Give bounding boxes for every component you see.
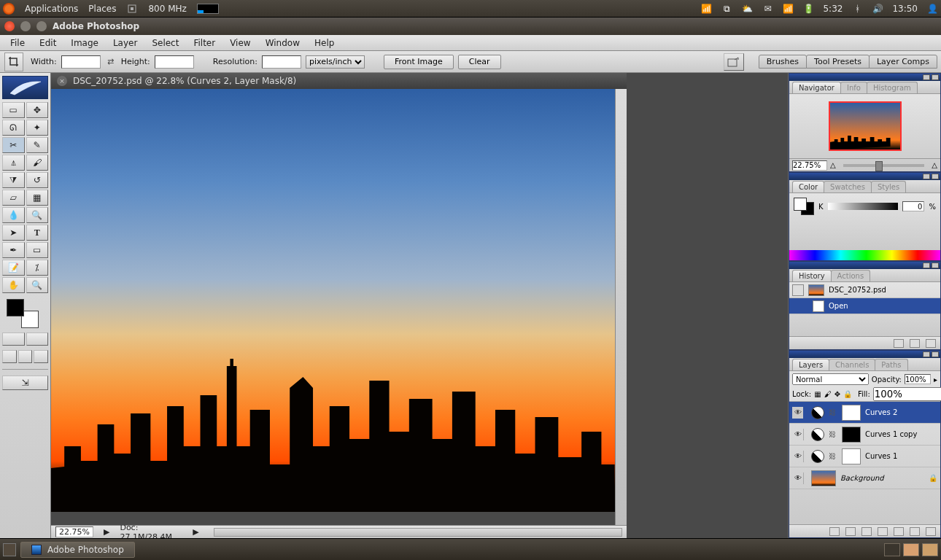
layer-row[interactable]: 👁 ⛓ Curves 2 [789,402,940,424]
panel-minimize-icon[interactable] [923,351,930,357]
height-input[interactable] [155,55,194,69]
workspace-2-icon[interactable] [903,543,919,556]
visibility-icon[interactable]: 👁 [792,407,804,419]
layer-mask-thumb[interactable] [842,427,861,443]
layer-thumb[interactable] [811,470,836,486]
opacity-arrow-icon[interactable]: ▸ [934,376,937,384]
magic-wand-tool-icon[interactable]: ✦ [26,120,49,136]
places-menu[interactable]: Places [88,4,116,14]
visibility-icon[interactable]: 👁 [792,451,804,462]
crop-tool-icon[interactable]: ✂ [2,137,25,153]
tab-history[interactable]: History [792,270,832,281]
layer-mask-icon[interactable] [861,527,872,536]
window-maximize-button[interactable] [36,21,47,31]
tab-info[interactable]: Info [840,82,867,93]
layer-row[interactable]: 👁 Background 🔒 [789,467,940,489]
tab-histogram[interactable]: Histogram [867,82,918,93]
taskbar-item[interactable]: Adobe Photoshop [20,542,135,558]
panel-close-icon[interactable] [932,74,939,80]
vertical-scrollbar[interactable] [615,89,627,525]
new-document-from-state-icon[interactable] [894,339,904,348]
resolution-unit-select[interactable]: pixels/inch [306,55,365,69]
slice-tool-icon[interactable]: ✎ [26,137,49,153]
wifi-icon[interactable]: 📶 [700,3,712,15]
panel-close-icon[interactable] [932,262,939,268]
status-arrow-icon[interactable]: ▶ [193,527,198,537]
color-spectrum[interactable] [789,250,940,260]
layer-mask-thumb[interactable] [842,448,861,464]
status-play-icon[interactable]: ▶ [104,527,109,537]
panel-close-icon[interactable] [932,351,939,357]
screen-mode-full-menubar-icon[interactable] [18,350,33,363]
clear-button[interactable]: Clear [458,55,501,69]
history-step-row[interactable]: Open [789,298,940,314]
zoom-input[interactable]: 22.75% [55,526,93,537]
battery-icon[interactable]: 🔋 [802,3,814,15]
new-snapshot-icon[interactable] [910,339,920,348]
delete-state-icon[interactable] [926,339,936,348]
tab-channels[interactable]: Channels [829,359,875,370]
weather-icon[interactable]: ⛅ [741,3,753,15]
network-icon[interactable]: 📶 [782,3,794,15]
opacity-input[interactable] [905,374,931,384]
eraser-tool-icon[interactable]: ▱ [2,190,25,206]
panel-close-icon[interactable] [932,174,939,179]
adjustment-layer-button-icon[interactable] [878,527,888,536]
layer-mask-thumb[interactable] [842,405,861,421]
window-minimize-button[interactable] [20,21,31,31]
show-desktop-icon[interactable] [3,543,16,556]
horizontal-scrollbar[interactable] [214,528,622,537]
tab-paths[interactable]: Paths [875,359,907,370]
zoom-out-icon[interactable]: △ [830,161,836,169]
lock-paint-icon[interactable]: 🖌 [824,390,832,398]
color-slider[interactable] [828,203,899,210]
tab-layers[interactable]: Layers [792,359,829,370]
menu-window[interactable]: Window [258,38,307,48]
tab-navigator[interactable]: Navigator [792,82,841,93]
tab-actions[interactable]: Actions [831,270,871,281]
menu-select[interactable]: Select [144,38,186,48]
layer-row[interactable]: 👁 ⛓ Curves 1 [789,446,940,467]
tab-brushes[interactable]: Brushes [759,55,807,69]
dodge-tool-icon[interactable]: 🔍 [26,207,49,223]
lock-all-icon[interactable]: 🔒 [843,390,852,398]
tab-layer-comps[interactable]: Layer Comps [869,55,937,69]
document-close-icon[interactable]: × [57,76,67,86]
eyedropper-tool-icon[interactable]: ⁒ [26,260,49,276]
blur-tool-icon[interactable]: 💧 [2,207,25,223]
color-swatch[interactable] [7,299,39,328]
menu-edit[interactable]: Edit [32,38,63,48]
width-input[interactable] [61,55,101,69]
lock-position-icon[interactable]: ✥ [834,390,840,398]
dropbox-icon[interactable]: ⧉ [721,3,732,15]
navigator-zoom-input[interactable] [792,160,827,171]
visibility-icon[interactable]: 👁 [792,429,804,440]
layer-row[interactable]: 👁 ⛓ Curves 1 copy [789,424,940,446]
shape-tool-icon[interactable]: ▭ [26,242,49,258]
type-tool-icon[interactable]: T [26,225,49,241]
menu-view[interactable]: View [222,38,257,48]
front-image-button[interactable]: Front Image [384,55,454,69]
tab-swatches[interactable]: Swatches [824,181,872,192]
volume-icon[interactable]: 🔊 [872,3,883,15]
layer-style-icon[interactable] [845,527,856,536]
blend-mode-select[interactable]: Normal [792,373,869,385]
tab-tool-presets[interactable]: Tool Presets [806,55,870,69]
window-close-button[interactable] [4,21,15,31]
quick-mask-icon[interactable] [26,332,49,346]
mail-icon[interactable]: ✉ [762,3,773,15]
zoom-in-icon[interactable]: △ [932,161,937,169]
move-tool-icon[interactable]: ✥ [26,102,49,118]
workspace-1-icon[interactable] [884,543,900,556]
palette-well-icon[interactable] [724,53,744,71]
trash-icon[interactable] [922,543,938,556]
color-value-input[interactable] [902,201,924,211]
marquee-tool-icon[interactable]: ▭ [2,102,25,118]
link-layers-icon[interactable] [829,527,840,536]
resolution-input[interactable] [262,55,301,69]
history-snapshot-row[interactable]: DSC_20752.psd [789,282,940,298]
standard-mode-icon[interactable] [2,332,25,346]
navigator-zoom-slider[interactable] [843,164,925,167]
history-brush-tool-icon[interactable]: ↺ [26,172,49,188]
panel-minimize-icon[interactable] [923,74,930,80]
